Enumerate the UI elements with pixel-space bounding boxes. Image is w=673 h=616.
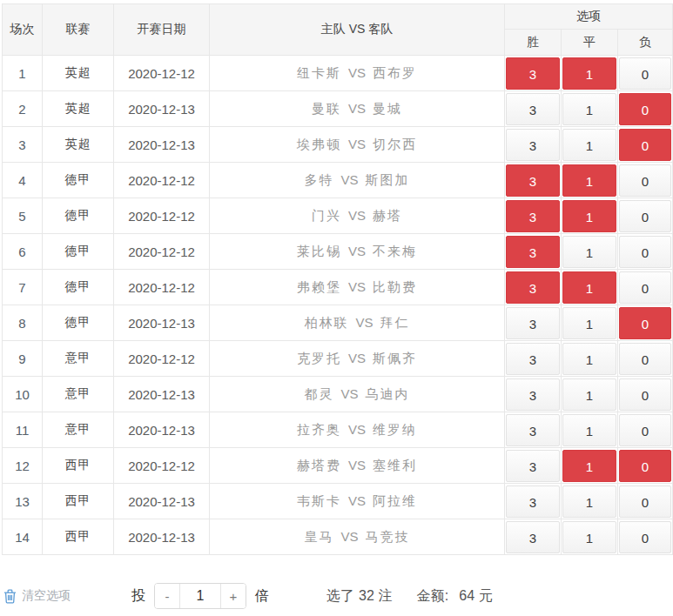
clear-options-button[interactable]: 清空选项 xyxy=(3,588,71,604)
date-cell: 2020-12-13 xyxy=(114,91,210,127)
option-cell-lose: 0 xyxy=(618,270,673,305)
option-lose-button[interactable]: 0 xyxy=(619,200,671,232)
option-cell-draw: 1 xyxy=(562,127,618,163)
option-cell-win: 3 xyxy=(505,412,562,448)
option-cell-win: 3 xyxy=(505,341,562,377)
away-team-label: 赫塔 xyxy=(373,208,402,223)
match-number-cell: 10 xyxy=(3,377,43,412)
option-lose-button[interactable]: 0 xyxy=(619,343,671,375)
option-draw-button[interactable]: 1 xyxy=(562,414,616,446)
away-team-label: 西布罗 xyxy=(373,65,417,80)
bet-prefix-label: 投 xyxy=(131,587,145,606)
away-team-label: 拜仁 xyxy=(380,315,410,330)
option-cell-win: 3 xyxy=(505,56,562,91)
home-team-label: 纽卡斯 xyxy=(297,65,341,80)
option-win-button[interactable]: 3 xyxy=(506,343,560,375)
option-draw-button[interactable]: 1 xyxy=(562,485,616,518)
option-win-button[interactable]: 3 xyxy=(506,378,560,411)
option-win-button[interactable]: 3 xyxy=(506,450,560,482)
away-team-label: 维罗纳 xyxy=(373,422,417,437)
option-lose-button[interactable]: 0 xyxy=(619,164,671,197)
option-lose-button[interactable]: 0 xyxy=(619,450,671,482)
date-cell: 2020-12-13 xyxy=(114,519,210,555)
multiplier-decrease-button[interactable]: - xyxy=(155,584,180,608)
option-draw-button[interactable]: 1 xyxy=(562,450,616,482)
away-team-label: 不来梅 xyxy=(373,244,417,258)
match-number-cell: 3 xyxy=(3,127,43,163)
option-cell-draw: 1 xyxy=(562,519,618,555)
option-win-button[interactable]: 3 xyxy=(506,521,560,553)
match-number-cell: 1 xyxy=(3,56,43,91)
option-lose-button[interactable]: 0 xyxy=(619,414,671,446)
league-cell: 英超 xyxy=(43,91,114,127)
option-win-button[interactable]: 3 xyxy=(506,93,560,125)
option-draw-button[interactable]: 1 xyxy=(562,521,616,553)
vs-label: VS xyxy=(348,279,366,294)
option-draw-button[interactable]: 1 xyxy=(562,343,616,375)
multiplier-increase-button[interactable]: + xyxy=(220,584,246,608)
match-number-cell: 11 xyxy=(3,412,43,448)
match-teams-cell: 赫塔费VS塞维利 xyxy=(210,448,505,484)
header-options: 选项 xyxy=(505,4,673,30)
option-win-button[interactable]: 3 xyxy=(506,57,560,90)
multiplier-group: 投 - + 倍 xyxy=(131,583,269,609)
option-cell-lose: 0 xyxy=(618,448,673,484)
option-win-button[interactable]: 3 xyxy=(506,129,560,161)
option-lose-button[interactable]: 0 xyxy=(619,485,671,518)
option-draw-button[interactable]: 1 xyxy=(562,164,616,197)
table-row: 5德甲2020-12-12门兴VS赫塔310 xyxy=(3,198,673,234)
league-cell: 西甲 xyxy=(43,519,114,555)
bet-footer: 清空选项 投 - + 倍 选了 32 注 金额: 64 元 xyxy=(3,583,673,609)
home-team-label: 门兴 xyxy=(312,208,341,223)
match-teams-cell: 皇马VS马竞技 xyxy=(210,519,505,555)
option-draw-button[interactable]: 1 xyxy=(562,307,616,339)
option-cell-win: 3 xyxy=(505,91,562,127)
amount-label: 金额: xyxy=(417,587,448,606)
option-lose-button[interactable]: 0 xyxy=(619,521,671,553)
option-lose-button[interactable]: 0 xyxy=(619,129,671,161)
option-win-button[interactable]: 3 xyxy=(506,307,560,339)
option-draw-button[interactable]: 1 xyxy=(562,129,616,161)
table-row: 3英超2020-12-13埃弗顿VS切尔西310 xyxy=(3,127,673,163)
vs-label: VS xyxy=(348,422,366,437)
option-win-button[interactable]: 3 xyxy=(506,164,560,197)
option-cell-draw: 1 xyxy=(562,305,618,341)
option-cell-win: 3 xyxy=(505,198,562,234)
league-cell: 德甲 xyxy=(43,305,114,341)
option-draw-button[interactable]: 1 xyxy=(562,236,616,268)
option-win-button[interactable]: 3 xyxy=(506,414,560,446)
option-win-button[interactable]: 3 xyxy=(506,236,560,268)
option-lose-button[interactable]: 0 xyxy=(619,307,671,339)
match-teams-cell: 克罗托VS斯佩齐 xyxy=(210,341,505,377)
table-row: 10意甲2020-12-13都灵VS乌迪内310 xyxy=(3,377,673,412)
option-lose-button[interactable]: 0 xyxy=(619,271,671,304)
option-draw-button[interactable]: 1 xyxy=(562,200,616,232)
option-lose-button[interactable]: 0 xyxy=(619,236,671,268)
vs-label: VS xyxy=(348,65,366,80)
vs-label: VS xyxy=(348,101,366,116)
home-team-label: 克罗托 xyxy=(297,351,341,365)
trash-icon xyxy=(3,589,17,604)
option-draw-button[interactable]: 1 xyxy=(562,57,616,90)
match-teams-cell: 纽卡斯VS西布罗 xyxy=(210,56,505,91)
option-cell-win: 3 xyxy=(505,448,562,484)
match-number-cell: 14 xyxy=(3,519,43,555)
option-draw-button[interactable]: 1 xyxy=(562,378,616,411)
match-number-cell: 6 xyxy=(3,234,43,270)
option-cell-lose: 0 xyxy=(618,91,673,127)
option-draw-button[interactable]: 1 xyxy=(562,271,616,304)
table-row: 7德甲2020-12-12弗赖堡VS比勒费310 xyxy=(3,270,673,305)
match-number-cell: 12 xyxy=(3,448,43,484)
option-draw-button[interactable]: 1 xyxy=(562,93,616,125)
option-win-button[interactable]: 3 xyxy=(506,271,560,304)
header-match: 主队 VS 客队 xyxy=(210,4,505,56)
option-cell-lose: 0 xyxy=(618,127,673,163)
option-lose-button[interactable]: 0 xyxy=(619,93,671,125)
option-win-button[interactable]: 3 xyxy=(506,485,560,518)
date-cell: 2020-12-12 xyxy=(114,198,210,234)
option-lose-button[interactable]: 0 xyxy=(619,57,671,90)
option-lose-button[interactable]: 0 xyxy=(619,378,671,411)
home-team-label: 赫塔费 xyxy=(297,458,341,472)
option-win-button[interactable]: 3 xyxy=(506,200,560,232)
multiplier-input[interactable] xyxy=(180,584,220,608)
